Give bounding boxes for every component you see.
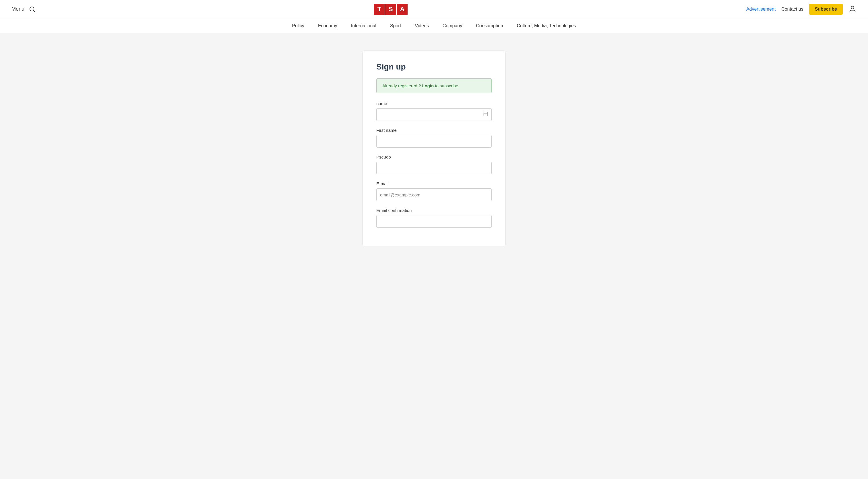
pseudo-field-group: Pseudo [376,154,492,174]
user-profile-button[interactable] [848,5,857,13]
name-label: name [376,101,492,106]
pseudo-input[interactable] [376,162,492,174]
user-icon [848,5,857,13]
nav-item-videos[interactable]: Videos [415,23,429,28]
signup-card: Sign up Already registered ? Login to su… [362,51,506,246]
nav-item-international[interactable]: International [351,23,376,28]
svg-point-2 [851,6,854,9]
first-name-input[interactable] [376,135,492,148]
nav-item-sport[interactable]: Sport [390,23,401,28]
nav-item-consumption[interactable]: Consumption [476,23,503,28]
menu-button[interactable]: Menu [11,6,24,12]
email-confirmation-field-group: Email confirmation [376,208,492,228]
already-registered-prefix: Already registered ? [382,83,422,88]
navigation: Policy Economy International Sport Video… [0,19,868,33]
header-left: Menu [11,6,35,12]
email-confirmation-input[interactable] [376,215,492,228]
logo-s: S [385,4,396,14]
email-field-group: E-mail [376,181,492,201]
email-input[interactable] [376,188,492,201]
name-input-icon [483,112,488,118]
svg-line-1 [33,10,34,11]
nav-item-company[interactable]: Company [443,23,462,28]
first-name-label: First name [376,128,492,133]
main-content: Sign up Already registered ? Login to su… [0,33,868,264]
name-input-wrapper [376,108,492,121]
contact-us-link[interactable]: Contact us [781,7,803,12]
login-link[interactable]: Login [422,83,434,88]
search-button[interactable] [29,6,35,12]
nav-item-culture[interactable]: Culture, Media, Technologies [517,23,576,28]
advertisement-link[interactable]: Advertisement [746,7,776,12]
logo-t: T [374,4,384,14]
nav-item-economy[interactable]: Economy [318,23,337,28]
already-registered-banner: Already registered ? Login to subscribe. [376,79,492,93]
logo[interactable]: T S A [374,4,408,14]
signup-title: Sign up [376,62,492,71]
name-field-group: name [376,101,492,121]
subscribe-button[interactable]: Subscribe [809,4,843,14]
email-label: E-mail [376,181,492,186]
nav-item-policy[interactable]: Policy [292,23,304,28]
first-name-field-group: First name [376,128,492,148]
header: Menu T S A Advertisement Contact us Subs… [0,0,868,19]
svg-rect-3 [484,112,488,116]
already-registered-suffix: to subscribe. [434,83,459,88]
header-right: Advertisement Contact us Subscribe [746,4,857,14]
email-confirmation-label: Email confirmation [376,208,492,213]
pseudo-label: Pseudo [376,154,492,159]
logo-a: A [397,4,408,14]
name-input[interactable] [376,108,492,121]
search-icon [29,6,35,12]
